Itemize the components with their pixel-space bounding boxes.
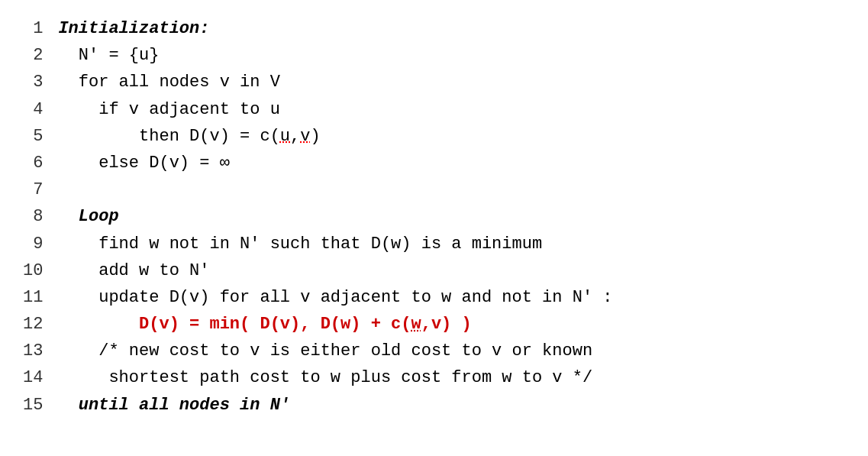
code-line-1: 1 Initialization: <box>23 15 845 42</box>
code-line-3: 3 for all nodes v in V <box>23 69 845 95</box>
line-num-4: 4 <box>23 96 58 123</box>
line-num-15: 15 <box>23 392 58 419</box>
line-num-5: 5 <box>23 123 58 150</box>
code-line-11: 11 update D(v) for all v adjacent to w a… <box>23 284 845 311</box>
code-line-7: 7 <box>23 176 845 203</box>
line-content-3: for all nodes v in V <box>58 69 845 95</box>
line-num-10: 10 <box>23 257 58 284</box>
code-line-10: 10 add w to N' <box>23 257 845 284</box>
code-line-13: 13 /* new cost to v is either old cost t… <box>23 338 845 364</box>
code-line-6: 6 else D(v) = ∞ <box>23 150 845 176</box>
line-content-6: else D(v) = ∞ <box>58 150 845 176</box>
formula-line: D(v) = min( D(v), D(w) + c(w,v) ) <box>139 315 472 334</box>
line-num-14: 14 <box>23 364 58 391</box>
line-content-10: add w to N' <box>58 257 845 284</box>
code-line-14: 14 shortest path cost to w plus cost fro… <box>23 364 845 391</box>
line-content-4: if v adjacent to u <box>58 96 845 123</box>
line-content-7 <box>58 176 845 203</box>
code-line-9: 9 find w not in N' such that D(w) is a m… <box>23 231 845 257</box>
line-content-15: until all nodes in N' <box>58 392 845 419</box>
line-content-8: Loop <box>58 203 845 230</box>
code-line-2: 2 N' = {u} <box>23 42 845 69</box>
line-num-6: 6 <box>23 150 58 176</box>
line-content-12: D(v) = min( D(v), D(w) + c(w,v) ) <box>58 311 845 338</box>
code-line-8: 8 Loop <box>23 203 845 230</box>
line-num-2: 2 <box>23 42 58 69</box>
line-content-5: then D(v) = c(u,v) <box>58 123 845 150</box>
line-content-1: Initialization: <box>58 15 845 42</box>
keyword-loop: Loop <box>79 207 119 226</box>
code-line-15: 15 until all nodes in N' <box>23 392 845 419</box>
line-content-14: shortest path cost to w plus cost from w… <box>58 364 845 391</box>
line-num-13: 13 <box>23 338 58 364</box>
line-content-2: N' = {u} <box>58 42 845 69</box>
line-content-13: /* new cost to v is either old cost to v… <box>58 338 845 364</box>
line-num-7: 7 <box>23 176 58 203</box>
code-line-4: 4 if v adjacent to u <box>23 96 845 123</box>
line-content-9: find w not in N' such that D(w) is a min… <box>58 231 845 257</box>
line-num-8: 8 <box>23 203 58 230</box>
underlined-v: v <box>300 127 310 146</box>
code-block: 1 Initialization: 2 N' = {u} 3 for all n… <box>23 15 845 419</box>
keyword-initialization: Initialization: <box>58 19 209 38</box>
underlined-u: u <box>280 127 290 146</box>
line-num-11: 11 <box>23 284 58 311</box>
line-content-11: update D(v) for all v adjacent to w and … <box>58 284 845 311</box>
code-line-12: 12 D(v) = min( D(v), D(w) + c(w,v) ) <box>23 311 845 338</box>
code-line-5: 5 then D(v) = c(u,v) <box>23 123 845 150</box>
line-num-12: 12 <box>23 311 58 338</box>
line-num-3: 3 <box>23 69 58 95</box>
keyword-until: until all nodes in N' <box>79 396 290 415</box>
line-num-1: 1 <box>23 15 58 42</box>
line-num-9: 9 <box>23 231 58 257</box>
